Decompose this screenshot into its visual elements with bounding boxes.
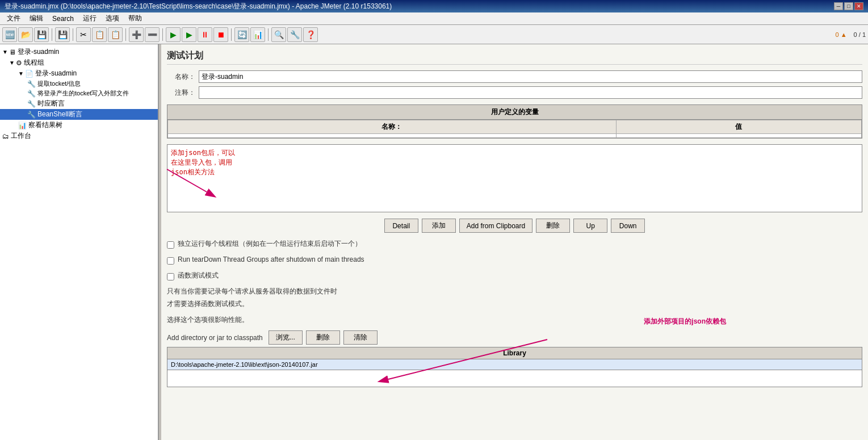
menu-file[interactable]: 文件 [2, 12, 25, 24]
var-name-cell [168, 134, 617, 138]
script-textarea[interactable]: 添加json包后，可以 在这里导入包，调用 json相关方法 [167, 144, 862, 212]
tree-label-threadgroup: 线程组 [24, 58, 44, 68]
menu-edit[interactable]: 编辑 [25, 12, 48, 24]
library-item[interactable]: D:\tools\apache-jmeter-2.10\lib\ext\json… [167, 359, 862, 370]
classpath-label: Add directory or jar to classpath [167, 334, 263, 342]
separator3 [125, 28, 126, 41]
tree-item-write-tocket[interactable]: 🔧 将登录产生的tocket写入外部文件 [0, 89, 158, 98]
checkbox2[interactable] [167, 257, 174, 265]
separator4 [162, 28, 163, 41]
desc3: 选择这个选项很影响性能。 [167, 315, 862, 325]
save-button[interactable]: 💾 [34, 27, 49, 42]
tree-label-login: 登录-suadmin [35, 69, 77, 78]
menu-run[interactable]: 运行 [78, 12, 101, 24]
tree-label-root: 登录-suadmin [18, 47, 59, 57]
checkbox1-label: 独立运行每个线程组（例如在一个组运行结束后启动下一个） [178, 238, 362, 249]
tree-item-workspace[interactable]: 🗂 工作台 [0, 131, 158, 141]
tree-item-root[interactable]: ▼ 🖥 登录-suadmin [0, 47, 158, 57]
checkbox3-label: 函数测试模式 [178, 270, 219, 280]
checkbox1-row: 独立运行每个线程组（例如在一个组运行结束后启动下一个） [167, 238, 862, 251]
col-value: 值 [616, 120, 861, 134]
search-toolbar-button[interactable]: 🔍 [271, 27, 286, 42]
comment-row: 注释： [167, 86, 862, 99]
col-name: 名称： [168, 120, 617, 134]
clear-all-button[interactable]: 📊 [250, 27, 265, 42]
script-container: 添加json包后，可以 在这里导入包，调用 json相关方法 [167, 144, 862, 219]
main-container: ▼ 🖥 登录-suadmin ▼ ⚙ 线程组 ▼ 📄 登录-suadmin 🔧 … [0, 44, 868, 440]
tree-item-threadgroup[interactable]: ▼ ⚙ 线程组 [0, 57, 158, 68]
tree-item-timer[interactable]: 🔧 时应断言 [0, 98, 158, 109]
toolbar: 🆕 📂 💾 💾 ✂ 📋 📋 ➕ ➖ ▶ ▶ ⏸ ⏹ 🔄 📊 🔍 🔧 ❓ 0 ▲ … [0, 25, 868, 44]
name-row: 名称： [167, 70, 862, 83]
clear-button[interactable]: 🔄 [234, 27, 249, 42]
tree-item-get-tocket[interactable]: 🔧 提取tocket/信息 [0, 79, 158, 89]
tree-label-timer: 时应断言 [37, 99, 65, 108]
tree-label-get-tocket: 提取tocket/信息 [37, 79, 81, 88]
paste-button[interactable]: 📋 [108, 27, 123, 42]
run-button[interactable]: ▶ [166, 27, 181, 42]
settings-button[interactable]: 🔧 [287, 27, 302, 42]
add-clipboard-button[interactable]: Add from Clipboard [459, 219, 532, 233]
separator1 [52, 28, 52, 41]
name-input[interactable] [199, 70, 862, 83]
checkbox2-row: Run tearDown Thread Groups after shutdow… [167, 254, 862, 267]
clear-classpath-button[interactable]: 清除 [343, 330, 378, 345]
collapse-button[interactable]: ➖ [145, 27, 160, 42]
name-label: 名称： [167, 72, 195, 82]
menu-help[interactable]: 帮助 [124, 12, 146, 24]
delete-button[interactable]: 删除 [536, 219, 570, 233]
checkbox1[interactable] [167, 241, 174, 249]
classpath-header: Add directory or jar to classpath 浏览... … [167, 330, 862, 345]
tree-label-beanshell: BeanShell断言 [37, 110, 82, 119]
tree-label-write-tocket: 将登录产生的tocket写入外部文件 [37, 89, 129, 98]
separator5 [231, 28, 232, 41]
detail-button[interactable]: Detail [384, 219, 418, 233]
warning-count: 0 ▲ [836, 31, 847, 38]
down-button[interactable]: Down [611, 219, 645, 233]
desc2: 才需要选择函数测试模式。 [167, 299, 862, 309]
up-button[interactable]: Up [573, 219, 607, 233]
tree-panel: ▼ 🖥 登录-suadmin ▼ ⚙ 线程组 ▼ 📄 登录-suadmin 🔧 … [0, 44, 159, 440]
tree-item-view-results[interactable]: 📊 察看结果树 [0, 120, 158, 131]
checkbox3-row: 函数测试模式 [167, 270, 862, 283]
variables-section: 用户定义的变量 名称： 值 [167, 104, 862, 139]
run-no-pause-button[interactable]: ▶ [182, 27, 196, 42]
classpath-section: Add directory or jar to classpath 浏览... … [167, 330, 862, 387]
classpath-delete-button[interactable]: 删除 [306, 330, 340, 345]
copy-button[interactable]: 📋 [92, 27, 107, 42]
library-header: Library [167, 347, 862, 359]
menubar: 文件 编辑 Search 运行 选项 帮助 [0, 12, 868, 25]
stop-button[interactable]: ⏸ [198, 27, 212, 42]
error-count: 0 / 1 [854, 31, 866, 38]
tree-item-login[interactable]: ▼ 📄 登录-suadmin [0, 68, 158, 79]
var-value-cell [616, 134, 861, 138]
browse-button[interactable]: 浏览... [269, 330, 303, 345]
shutdown-button[interactable]: ⏹ [213, 27, 228, 42]
tree-item-beanshell[interactable]: 🔧 BeanShell断言 [0, 109, 158, 120]
checkbox2-label: Run tearDown Thread Groups after shutdow… [178, 254, 364, 265]
add-button[interactable]: 添加 [422, 219, 456, 233]
checkbox3[interactable] [167, 273, 174, 280]
tree-label-workspace: 工作台 [11, 131, 31, 141]
titlebar-title: 登录-suadmin.jmx (D:\tools\apache-jmeter-2… [5, 2, 392, 11]
comment-input[interactable] [199, 86, 862, 99]
menu-options[interactable]: 选项 [101, 12, 124, 24]
library-table: Library D:\tools\apache-jmeter-2.10\lib\… [167, 347, 862, 387]
menu-search[interactable]: Search [48, 14, 78, 24]
buttons-row: Detail 添加 Add from Clipboard 删除 Up Down [167, 219, 862, 233]
comment-label: 注释： [167, 88, 195, 98]
new-button[interactable]: 🆕 [2, 27, 17, 42]
tree-expand-icon3: ▼ [18, 70, 24, 77]
save-as-button[interactable]: 💾 [55, 27, 70, 42]
open-button[interactable]: 📂 [18, 27, 33, 42]
toolbar-status: 0 ▲ 0 / 1 [836, 31, 866, 38]
titlebar-buttons: ─ □ ✕ [834, 2, 863, 10]
variables-header: 用户定义的变量 [167, 105, 862, 120]
tree-expand-icon: ▼ [2, 49, 8, 55]
minimize-button[interactable]: ─ [834, 2, 843, 10]
cut-button[interactable]: ✂ [76, 27, 91, 42]
expand-button[interactable]: ➕ [129, 27, 144, 42]
maximize-button[interactable]: □ [844, 2, 853, 10]
help-button[interactable]: ❓ [303, 27, 318, 42]
close-button[interactable]: ✕ [854, 2, 863, 10]
